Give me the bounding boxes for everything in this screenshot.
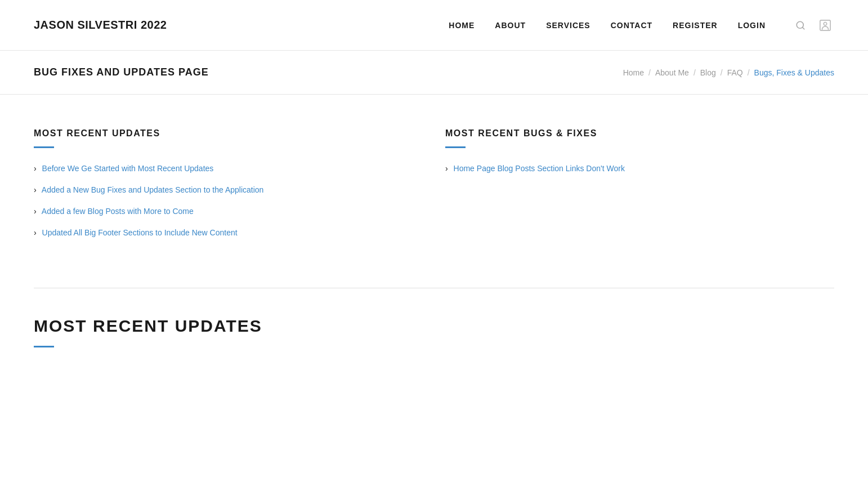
breadcrumb-current: Bugs, Fixes & Updates bbox=[754, 68, 834, 77]
breadcrumb-blog[interactable]: Blog bbox=[700, 68, 716, 77]
search-icon bbox=[795, 20, 806, 30]
updates-heading: MOST RECENT UPDATES bbox=[34, 128, 423, 139]
user-icon bbox=[819, 19, 831, 32]
search-button[interactable] bbox=[791, 16, 809, 34]
nav-icons bbox=[791, 16, 834, 34]
update-link-3[interactable]: Added a few Blog Posts with More to Come bbox=[42, 207, 194, 216]
updates-list: Before We Ge Started with Most Recent Up… bbox=[34, 164, 423, 237]
svg-line-1 bbox=[802, 27, 804, 29]
bottom-section: MOST RECENT UPDATES bbox=[0, 288, 868, 370]
bugs-heading: MOST RECENT BUGS & FIXES bbox=[445, 128, 834, 139]
bug-link-1[interactable]: Home Page Blog Posts Section Links Don't… bbox=[454, 164, 625, 173]
main-content: MOST RECENT UPDATES Before We Ge Started… bbox=[0, 95, 868, 260]
breadcrumb-sep-4: / bbox=[748, 68, 750, 77]
breadcrumb-sep-1: / bbox=[648, 68, 651, 77]
bugs-column: MOST RECENT BUGS & FIXES Home Page Blog … bbox=[445, 128, 834, 237]
list-item: Added a New Bug Fixes and Updates Sectio… bbox=[34, 185, 423, 194]
bottom-heading: MOST RECENT UPDATES bbox=[34, 316, 834, 336]
nav-about[interactable]: ABOUT bbox=[495, 21, 526, 30]
nav-contact[interactable]: CONTACT bbox=[611, 21, 652, 30]
breadcrumb-faq[interactable]: FAQ bbox=[727, 68, 743, 77]
list-item: Updated All Big Footer Sections to Inclu… bbox=[34, 228, 423, 237]
update-link-1[interactable]: Before We Ge Started with Most Recent Up… bbox=[42, 164, 214, 173]
bottom-divider bbox=[34, 346, 54, 347]
site-title: JASON SILVESTRI 2022 bbox=[34, 19, 167, 32]
page-header: BUG FIXES AND UPDATES PAGE Home / About … bbox=[0, 51, 868, 95]
breadcrumb-home[interactable]: Home bbox=[623, 68, 644, 77]
page-title: BUG FIXES AND UPDATES PAGE bbox=[34, 66, 209, 78]
list-item: Added a few Blog Posts with More to Come bbox=[34, 207, 423, 216]
list-item: Before We Ge Started with Most Recent Up… bbox=[34, 164, 423, 173]
updates-divider bbox=[34, 146, 54, 148]
user-button[interactable] bbox=[816, 16, 834, 34]
list-item: Home Page Blog Posts Section Links Don't… bbox=[445, 164, 834, 173]
breadcrumb: Home / About Me / Blog / FAQ / Bugs, Fix… bbox=[623, 68, 834, 77]
breadcrumb-sep-3: / bbox=[721, 68, 723, 77]
breadcrumb-about[interactable]: About Me bbox=[655, 68, 689, 77]
svg-point-3 bbox=[824, 22, 827, 25]
site-header: JASON SILVESTRI 2022 HOME ABOUT SERVICES… bbox=[0, 0, 868, 51]
update-link-4[interactable]: Updated All Big Footer Sections to Inclu… bbox=[42, 228, 238, 237]
two-column-layout: MOST RECENT UPDATES Before We Ge Started… bbox=[34, 128, 834, 237]
updates-column: MOST RECENT UPDATES Before We Ge Started… bbox=[34, 128, 423, 237]
breadcrumb-sep-2: / bbox=[693, 68, 696, 77]
nav-services[interactable]: SERVICES bbox=[546, 21, 590, 30]
bugs-divider bbox=[445, 146, 466, 148]
nav-register[interactable]: REGISTER bbox=[673, 21, 718, 30]
nav-home[interactable]: HOME bbox=[449, 21, 475, 30]
main-nav: HOME ABOUT SERVICES CONTACT REGISTER LOG… bbox=[449, 16, 834, 34]
nav-login[interactable]: LOGIN bbox=[738, 21, 766, 30]
bugs-list: Home Page Blog Posts Section Links Don't… bbox=[445, 164, 834, 173]
update-link-2[interactable]: Added a New Bug Fixes and Updates Sectio… bbox=[42, 185, 264, 194]
